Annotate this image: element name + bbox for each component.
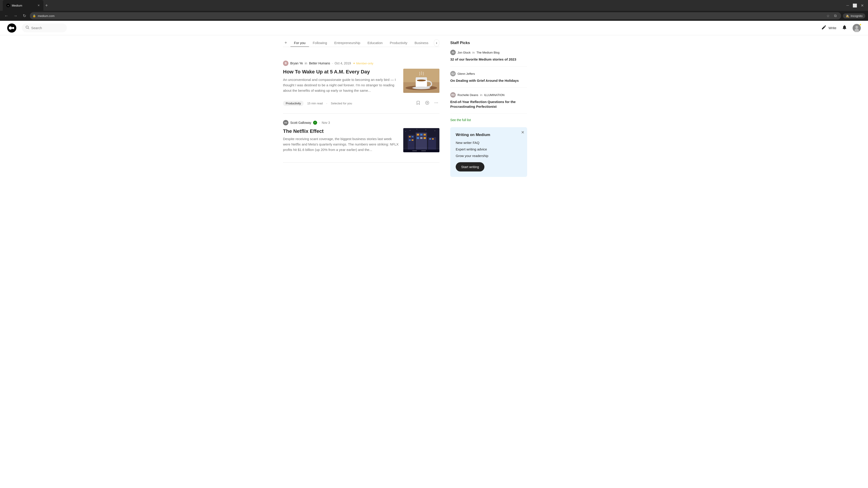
tab-switcher-button[interactable]: ⧉ — [832, 13, 838, 19]
article-body-1: How To Wake Up at 5 A.M. Every Day An un… — [283, 69, 439, 97]
article-meta-2: SG Scott Galloway ✓ · Nov 3 — [283, 120, 439, 125]
maximize-button[interactable]: ⬜ — [852, 2, 858, 8]
svg-rect-31 — [417, 134, 419, 135]
article-card-2: SG Scott Galloway ✓ · Nov 3 The Netflix … — [283, 113, 439, 163]
sp-avatar-2: GJ — [450, 71, 456, 76]
page-content: Search Write — [0, 21, 868, 488]
author-avatar-1: B — [283, 61, 288, 66]
svg-point-4 — [12, 27, 14, 29]
article-text-2: The Netflix Effect Despite receiving sca… — [283, 128, 399, 156]
incognito-icon: 🕵 — [846, 14, 849, 18]
sp-title-2[interactable]: On Dealing with Grief Around the Holiday… — [450, 78, 527, 83]
tab-education[interactable]: Education — [364, 39, 386, 47]
svg-point-42 — [435, 131, 435, 131]
read-time-1: 15 min read — [307, 102, 323, 105]
svg-rect-33 — [424, 134, 426, 135]
article-date-2: Nov 3 — [322, 121, 330, 125]
active-tab[interactable]: M Medium ✕ — [3, 0, 43, 11]
sp-publication-1[interactable]: The Medium Blog — [476, 51, 500, 54]
svg-point-3 — [9, 26, 12, 30]
author-name-2[interactable]: Scott Galloway — [290, 121, 311, 125]
address-bar-row: ← → ↻ 🔒 medium.com ☆ ⧉ 🕵 Incognito — [0, 11, 868, 21]
author-name-1[interactable]: Bryan Ye — [290, 61, 303, 65]
url-display: medium.com — [38, 14, 55, 18]
write-icon — [821, 25, 827, 31]
write-button[interactable]: Write — [821, 25, 836, 31]
svg-rect-32 — [420, 134, 423, 135]
avatar-star-icon: ★ — [859, 23, 862, 26]
author-publication-1[interactable]: Better Humans — [309, 61, 330, 65]
sp-author-name-1[interactable]: Jon Gluck — [458, 51, 471, 54]
notifications-button[interactable] — [842, 25, 847, 31]
article-footer-1: Productivity 15 min read · Selected for … — [283, 100, 439, 107]
tab-productivity[interactable]: Productivity — [386, 39, 411, 47]
top-nav: Search Write — [0, 21, 868, 35]
tab-following[interactable]: Following — [309, 39, 331, 47]
article-title-1[interactable]: How To Wake Up at 5 A.M. Every Day — [283, 69, 399, 75]
incognito-button[interactable]: 🕵 Incognito — [843, 13, 865, 19]
svg-point-21 — [436, 102, 437, 103]
article-excerpt-2: Despite receiving scant coverage, the bi… — [283, 136, 399, 153]
start-writing-button[interactable]: Start writing — [456, 162, 485, 171]
sp-title-1[interactable]: 32 of our favorite Medium stories of 202… — [450, 57, 527, 62]
tabs-next-arrow[interactable]: › — [434, 39, 439, 46]
minimize-button[interactable]: ─ — [844, 2, 851, 8]
close-window-button[interactable]: ✕ — [859, 2, 865, 8]
incognito-label: Incognito — [850, 14, 863, 18]
writing-card-link-3[interactable]: Grow your readership — [456, 154, 522, 158]
tab-business[interactable]: Business — [411, 39, 432, 47]
article-title-2[interactable]: The Netflix Effect — [283, 128, 399, 135]
feed-tabs: + For you Following Entrepreneurship Edu… — [283, 35, 439, 47]
tab-favicon: M — [6, 4, 10, 7]
logo-mark — [7, 24, 16, 33]
svg-rect-36 — [424, 137, 426, 139]
dislike-button-1[interactable] — [424, 100, 430, 107]
svg-rect-30 — [412, 139, 413, 141]
address-bar[interactable]: 🔒 medium.com ☆ ⧉ — [30, 12, 841, 20]
tab-entrepreneurship[interactable]: Entrepreneurship — [331, 39, 364, 47]
svg-rect-38 — [432, 138, 434, 140]
svg-point-41 — [426, 130, 426, 130]
forward-button[interactable]: → — [12, 12, 19, 20]
bookmark-button[interactable]: ☆ — [825, 13, 831, 19]
main-content: + For you Following Entrepreneurship Edu… — [276, 35, 592, 177]
browser-chrome: M Medium ✕ + ─ ⬜ ✕ — [0, 0, 868, 11]
staff-pick-2: GJ Glenn Jeffers On Dealing with Grief A… — [450, 71, 527, 88]
back-button[interactable]: ← — [3, 12, 10, 20]
svg-point-43 — [405, 131, 406, 132]
sp-avatar-1: JG — [450, 50, 456, 55]
logo[interactable] — [7, 24, 16, 33]
avatar[interactable]: ★ — [852, 24, 861, 32]
save-button-1[interactable] — [415, 100, 421, 107]
reload-button[interactable]: ↻ — [21, 12, 28, 20]
svg-rect-46 — [421, 151, 426, 151]
article-card-1: B Bryan Ye in Better Humans · Oct 4, 201… — [283, 54, 439, 113]
svg-rect-37 — [429, 138, 431, 140]
sp-author-name-3[interactable]: Rochelle Deans — [458, 93, 478, 97]
svg-rect-35 — [420, 137, 423, 139]
tab-for-you[interactable]: For you — [290, 39, 309, 47]
writing-card-close-button[interactable]: ✕ — [521, 130, 524, 135]
sp-publication-3[interactable]: ILLUMINATION — [484, 93, 504, 97]
svg-point-20 — [435, 102, 435, 103]
article-tag-1[interactable]: Productivity — [283, 101, 304, 106]
author-avatar-2: SG — [283, 120, 288, 125]
new-tab-button[interactable]: + — [43, 0, 50, 11]
tab-close-btn[interactable]: ✕ — [37, 4, 40, 7]
add-topic-button[interactable]: + — [283, 39, 289, 46]
svg-rect-34 — [417, 137, 419, 139]
see-full-list-link[interactable]: See the full list — [450, 118, 527, 122]
article-excerpt-1: An unconventional and compassionate guid… — [283, 77, 399, 93]
writing-card-title: Writing on Medium — [456, 133, 522, 137]
writing-on-medium-card: ✕ Writing on Medium New writer FAQ Exper… — [450, 127, 527, 177]
search-bar[interactable]: Search — [22, 24, 67, 32]
svg-point-5 — [26, 26, 29, 29]
writing-card-link-2[interactable]: Expert writing advice — [456, 147, 522, 151]
writing-card-link-1[interactable]: New writer FAQ — [456, 141, 522, 144]
sp-title-3[interactable]: End-of-Year Reflection Questions for the… — [450, 99, 527, 109]
article-thumbnail-2 — [403, 128, 439, 152]
sp-author-name-2[interactable]: Glenn Jeffers — [458, 72, 475, 75]
search-placeholder: Search — [31, 26, 42, 30]
svg-point-8 — [855, 26, 858, 29]
more-options-button-1[interactable] — [433, 100, 439, 107]
